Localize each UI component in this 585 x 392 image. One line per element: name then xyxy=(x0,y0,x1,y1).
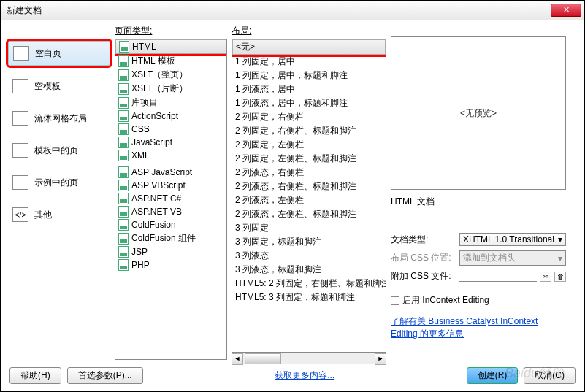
footer: 帮助(H) 首选参数(P)... 获取更多内容... 创建(R) 取消(C) xyxy=(8,364,577,387)
layout-item-label: 2 列液态，右侧栏、标题和脚注 xyxy=(235,180,356,193)
page-type-item[interactable]: ColdFusion xyxy=(115,218,226,231)
layout-item[interactable]: 1 列液态，居中 xyxy=(232,82,386,96)
layout-item[interactable]: <无> xyxy=(232,39,386,55)
close-button[interactable]: ✕ xyxy=(551,4,581,17)
page-type-item-label: XML xyxy=(131,150,150,161)
layout-list[interactable]: <无>1 列固定，居中1 列固定，居中，标题和脚注1 列液态，居中1 列液态，居… xyxy=(232,39,386,353)
left-item-fluid-grid[interactable]: 流体网格布局 xyxy=(8,107,110,130)
layout-item[interactable]: HTML5: 3 列固定，标题和脚注 xyxy=(232,291,386,304)
scroll-thumb[interactable] xyxy=(245,353,281,364)
page-type-item-label: ActionScript xyxy=(131,111,178,121)
layout-item-label: 1 列液态，居中，标题和脚注 xyxy=(235,97,348,109)
doctype-label: 文档类型: xyxy=(391,234,456,246)
layout-item[interactable]: 2 列液态，左侧栏、标题和脚注 xyxy=(232,207,386,221)
page-type-item[interactable]: JavaScript xyxy=(115,136,226,149)
layout-item[interactable]: 1 列固定，居中 xyxy=(232,55,386,69)
layout-item[interactable]: 3 列固定，标题和脚注 xyxy=(232,235,386,249)
file-icon xyxy=(118,246,129,258)
layout-item[interactable]: 1 列固定，居中，标题和脚注 xyxy=(232,69,386,82)
layout-item[interactable]: 2 列液态，左侧栏 xyxy=(232,193,386,207)
left-item-blank-template[interactable]: 空模板 xyxy=(8,74,110,98)
left-item-label: 流体网格布局 xyxy=(34,112,87,125)
get-more-link[interactable]: 获取更多内容... xyxy=(275,369,334,382)
chevron-down-icon: ▾ xyxy=(558,253,562,264)
page-type-item-label: JavaScript xyxy=(131,137,172,147)
page-type-item[interactable]: PHP xyxy=(115,258,226,272)
file-icon xyxy=(118,69,129,81)
incontext-learn-link[interactable]: 了解有关 Business Catalyst InContext Editing… xyxy=(391,316,538,339)
page-type-item-label: XSLT（片断） xyxy=(131,82,188,95)
incontext-checkbox[interactable] xyxy=(391,296,399,305)
layout-item[interactable]: 2 列固定，左侧栏 xyxy=(232,138,386,152)
layout-item[interactable]: 1 列液态，居中，标题和脚注 xyxy=(232,96,386,110)
page-type-label: 页面类型: xyxy=(115,23,227,39)
layout-item[interactable]: 3 列液态，标题和脚注 xyxy=(232,263,386,277)
layout-item[interactable]: 2 列固定，右侧栏、标题和脚注 xyxy=(232,124,386,138)
template-icon xyxy=(12,79,28,93)
css-position-select: 添加到文档头 ▾ xyxy=(459,250,566,266)
layout-scrollbar[interactable]: ◄ ► xyxy=(232,353,386,364)
scroll-right-button[interactable]: ► xyxy=(375,353,386,365)
page-type-item[interactable]: ASP VBScript xyxy=(115,179,226,192)
layout-item[interactable]: 3 列液态 xyxy=(232,249,386,263)
layout-item-label: 2 列液态，左侧栏 xyxy=(235,194,304,207)
page-type-item[interactable]: HTML 模板 xyxy=(115,54,226,68)
page-type-item[interactable]: HTML xyxy=(115,39,226,54)
grid-icon xyxy=(12,111,28,126)
left-item-sample-page[interactable]: 示例中的页 xyxy=(8,171,110,194)
window-title: 新建文档 xyxy=(4,4,42,17)
page-type-item[interactable]: CSS xyxy=(115,123,226,136)
create-button[interactable]: 创建(R) xyxy=(467,367,519,384)
page-type-item[interactable]: XML xyxy=(115,149,226,162)
page-type-item[interactable]: ColdFusion 组件 xyxy=(115,231,226,245)
left-panel: 空白页 空模板 流体网格布局 模板中的页 示例中的页 xyxy=(8,23,110,364)
layout-item[interactable]: 2 列液态，右侧栏、标题和脚注 xyxy=(232,180,386,193)
page-type-item-label: CSS xyxy=(131,124,150,134)
scroll-left-button[interactable]: ◄ xyxy=(232,353,243,365)
page-type-item[interactable]: ASP.NET VB xyxy=(115,205,226,218)
file-icon xyxy=(118,55,129,67)
cancel-button[interactable]: 取消(C) xyxy=(524,367,576,384)
layout-panel: 布局: <无>1 列固定，居中1 列固定，居中，标题和脚注1 列液态，居中1 列… xyxy=(232,23,386,364)
page-icon xyxy=(13,46,29,61)
page-type-item[interactable]: XSLT（片断） xyxy=(115,82,226,96)
page-type-item[interactable]: 库项目 xyxy=(115,96,226,109)
page-type-item-label: ColdFusion 组件 xyxy=(131,232,196,245)
left-item-other[interactable]: </> 其他 xyxy=(8,203,110,226)
page-type-item[interactable]: ASP JavaScript xyxy=(115,166,226,179)
layout-label: 布局: xyxy=(232,23,386,39)
pages-icon xyxy=(12,143,28,158)
code-icon: </> xyxy=(12,207,28,222)
page-type-item[interactable]: JSP xyxy=(115,245,226,258)
layout-item[interactable]: 2 列固定，右侧栏 xyxy=(232,110,386,124)
css-position-label: 布局 CSS 位置: xyxy=(391,252,456,264)
page-type-item[interactable]: XSLT（整页） xyxy=(115,68,226,82)
dialog-window: 新建文档 ✕ 空白页 空模板 流体网格布局 模 xyxy=(0,0,585,392)
page-type-item-label: XSLT（整页） xyxy=(131,69,188,81)
left-item-page-from-template[interactable]: 模板中的页 xyxy=(8,139,110,162)
link-icon[interactable]: ⚯ xyxy=(540,272,551,282)
trash-icon[interactable]: 🗑 xyxy=(554,272,566,282)
layout-item[interactable]: 3 列固定 xyxy=(232,221,386,235)
layout-item-label: 3 列液态 xyxy=(235,250,269,262)
layout-item-label: 2 列固定，右侧栏 xyxy=(235,111,304,123)
file-icon xyxy=(119,41,129,53)
page-type-item-label: PHP xyxy=(131,260,150,270)
page-type-item-label: 库项目 xyxy=(131,96,158,109)
attach-css-field[interactable] xyxy=(459,272,537,282)
titlebar: 新建文档 ✕ xyxy=(1,1,584,20)
left-item-blank-page[interactable]: 空白页 xyxy=(8,41,110,66)
preview-box: <无预览> xyxy=(391,36,566,190)
page-type-list[interactable]: HTMLHTML 模板XSLT（整页）XSLT（片断）库项目ActionScri… xyxy=(115,39,227,360)
help-button[interactable]: 帮助(H) xyxy=(9,367,61,384)
preferences-button[interactable]: 首选参数(P)... xyxy=(67,367,143,384)
layout-item-label: 3 列固定 xyxy=(235,222,269,234)
file-icon xyxy=(118,97,129,109)
page-type-item[interactable]: ASP.NET C# xyxy=(115,192,226,205)
scroll-track[interactable] xyxy=(283,353,375,364)
layout-item[interactable]: 2 列液态，右侧栏 xyxy=(232,166,386,180)
page-type-item[interactable]: ActionScript xyxy=(115,109,226,123)
layout-item[interactable]: 2 列固定，左侧栏、标题和脚注 xyxy=(232,152,386,166)
layout-item[interactable]: HTML5: 2 列固定，右侧栏、标题和脚注 xyxy=(232,277,386,291)
doctype-select[interactable]: XHTML 1.0 Transitional ▾ xyxy=(459,233,566,246)
